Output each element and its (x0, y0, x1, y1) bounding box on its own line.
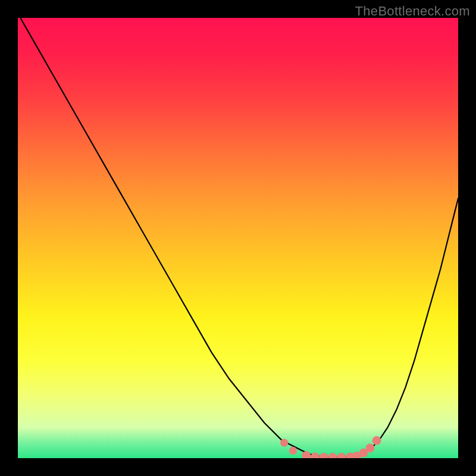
curve-line (18, 18, 458, 458)
marker-dot (372, 436, 381, 445)
marker-dot (302, 451, 311, 458)
bottleneck-curve-chart (18, 18, 458, 458)
marker-dot (337, 453, 346, 458)
marker-dot (280, 439, 288, 446)
marker-dot (328, 453, 337, 458)
marker-dot (289, 447, 297, 455)
marker-dot (311, 452, 320, 458)
chart-area (18, 18, 458, 458)
watermark-text: TheBottleneck.com (355, 4, 470, 19)
marker-dot (320, 453, 328, 458)
marker-dot (366, 444, 375, 453)
